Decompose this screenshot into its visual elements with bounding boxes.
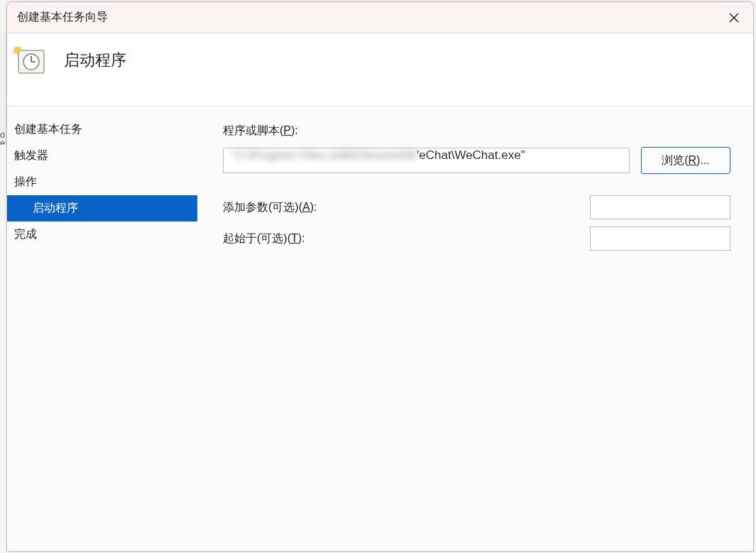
- wizard-steps-sidebar: 创建基本任务 触发器 操作 启动程序 完成: [7, 106, 197, 551]
- program-path-input[interactable]: "C:\Program Files (x86)\Tencent\W'eChat\…: [223, 148, 630, 173]
- program-row: 程序或脚本(P): "C:\Program Files (x86)\Tencen…: [223, 124, 730, 174]
- titlebar: 创建基本任务向导: [7, 2, 753, 33]
- close-button[interactable]: [723, 7, 745, 28]
- sidebar-item-finish[interactable]: 完成: [7, 221, 197, 248]
- startin-row: 起始于(可选)(T):: [223, 226, 730, 251]
- startin-input[interactable]: [590, 226, 730, 251]
- close-icon: [729, 13, 739, 23]
- sidebar-item-create-basic-task[interactable]: 创建基本任务: [7, 116, 197, 143]
- wizard-icon: [13, 45, 47, 76]
- sidebar-item-action[interactable]: 操作: [7, 169, 197, 195]
- wizard-dialog: 创建基本任务向导 启动程序 创建基本任务 触发器 操作 启动程序 完成: [6, 1, 754, 552]
- header: 启动程序: [7, 33, 753, 106]
- browse-button[interactable]: 浏览(R)...: [641, 147, 730, 174]
- background-fragment: oe: [0, 31, 6, 145]
- sidebar-item-start-program[interactable]: 启动程序: [7, 195, 197, 221]
- arguments-label: 添加参数(可选)(A):: [223, 200, 317, 215]
- startin-label: 起始于(可选)(T):: [223, 231, 305, 246]
- sidebar-item-trigger[interactable]: 触发器: [7, 143, 197, 169]
- body: 创建基本任务 触发器 操作 启动程序 完成 程序或脚本(P): "C:\Prog…: [7, 106, 753, 551]
- window-title: 创建基本任务向导: [17, 10, 108, 25]
- program-label: 程序或脚本(P):: [223, 124, 730, 138]
- content-pane: 程序或脚本(P): "C:\Program Files (x86)\Tencen…: [197, 106, 753, 551]
- arguments-input[interactable]: [590, 195, 730, 219]
- arguments-row: 添加参数(可选)(A):: [223, 195, 730, 219]
- program-input-row: "C:\Program Files (x86)\Tencent\W'eChat\…: [223, 147, 730, 174]
- page-title: 启动程序: [64, 50, 126, 71]
